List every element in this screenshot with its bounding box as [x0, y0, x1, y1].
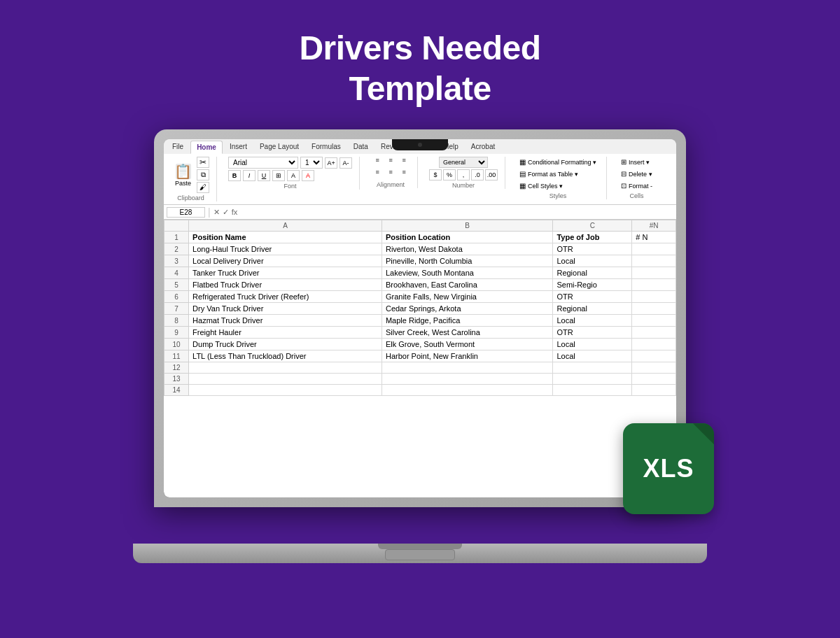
align-bottom-right[interactable]: ≡ [398, 169, 410, 180]
align-top-center[interactable]: ≡ [384, 157, 397, 168]
cell-c10[interactable]: Local [553, 339, 632, 350]
cell-b7[interactable]: Cedar Springs, Arkota [382, 303, 553, 315]
cell-a14[interactable] [189, 385, 382, 396]
cell-c8[interactable]: Local [553, 315, 632, 327]
cut-button[interactable]: ✂ [197, 157, 209, 168]
col-header-b[interactable]: B [382, 220, 553, 232]
format-button[interactable]: ⊡ Format - [618, 180, 655, 191]
formula-insert-icon[interactable]: fx [232, 208, 238, 217]
cell-d12[interactable] [632, 362, 676, 374]
bold-button[interactable]: B [228, 170, 241, 181]
cell-b8[interactable]: Maple Ridge, Pacifica [382, 315, 553, 327]
cell-d2[interactable] [632, 243, 676, 255]
col-header-c[interactable]: C [553, 220, 632, 232]
format-as-table-button[interactable]: ▤ Format as Table ▾ [517, 169, 599, 179]
fill-color-button[interactable]: A [287, 170, 300, 181]
tab-acrobat[interactable]: Acrobat [465, 141, 500, 154]
cell-d7[interactable] [632, 303, 676, 315]
cell-a10[interactable]: Dump Truck Driver [189, 339, 382, 350]
cell-b9[interactable]: Silver Creek, West Carolina [382, 327, 553, 339]
comma-button[interactable]: , [457, 169, 470, 180]
cell-a8[interactable]: Hazmat Truck Driver [189, 315, 382, 327]
cell-a6[interactable]: Refrigerated Truck Driver (Reefer) [189, 291, 382, 303]
cell-d13[interactable] [632, 374, 676, 385]
cell-b14[interactable] [382, 385, 553, 396]
tab-formulas[interactable]: Formulas [306, 141, 346, 154]
currency-button[interactable]: $ [429, 169, 442, 180]
cell-c11[interactable]: Local [553, 350, 632, 362]
cell-a9[interactable]: Freight Hauler [189, 327, 382, 339]
cell-b12[interactable] [382, 362, 553, 374]
cell-b3[interactable]: Pineville, North Columbia [382, 255, 553, 267]
align-top-left[interactable]: ≡ [371, 157, 384, 168]
font-color-button[interactable]: A [302, 170, 314, 181]
border-button[interactable]: ⊞ [272, 170, 285, 181]
cell-a7[interactable]: Dry Van Truck Driver [189, 303, 382, 315]
cell-b6[interactable]: Granite Falls, New Virginia [382, 291, 553, 303]
cell-c4[interactable]: Regional [553, 267, 632, 279]
cell-a11[interactable]: LTL (Less Than Truckload) Driver [189, 350, 382, 362]
increase-decimal[interactable]: .0 [471, 169, 484, 180]
cell-a4[interactable]: Tanker Truck Driver [189, 267, 382, 279]
cell-b13[interactable] [382, 374, 553, 385]
cell-d9[interactable] [632, 327, 676, 339]
formula-cancel-icon[interactable]: ✕ [214, 208, 220, 217]
underline-button[interactable]: U [258, 170, 270, 181]
cell-a1[interactable]: Position Name [189, 232, 382, 243]
cell-b5[interactable]: Brookhaven, East Carolina [382, 279, 553, 291]
cell-a5[interactable]: Flatbed Truck Driver [189, 279, 382, 291]
cell-d8[interactable] [632, 315, 676, 327]
paste-button[interactable]: 📋 Paste [172, 162, 194, 188]
cell-a12[interactable] [189, 362, 382, 374]
col-header-d[interactable]: #N [632, 220, 676, 232]
cell-b10[interactable]: Elk Grove, South Vermont [382, 339, 553, 350]
cell-c2[interactable]: OTR [553, 243, 632, 255]
tab-insert[interactable]: Insert [224, 141, 253, 154]
insert-button[interactable]: ⊞ Insert ▾ [618, 157, 655, 167]
formula-input[interactable] [240, 208, 673, 216]
cell-styles-button[interactable]: ▦ Cell Styles ▾ [517, 180, 599, 191]
cell-c1[interactable]: Type of Job [553, 232, 632, 243]
font-size-select[interactable]: 10 [300, 157, 323, 169]
number-format-select[interactable]: General [439, 157, 488, 168]
tab-data[interactable]: Data [348, 141, 374, 154]
cell-d5[interactable] [632, 279, 676, 291]
tab-page-layout[interactable]: Page Layout [254, 141, 304, 154]
cell-b2[interactable]: Riverton, West Dakota [382, 243, 553, 255]
cell-b11[interactable]: Harbor Point, New Franklin [382, 350, 553, 362]
align-top-right[interactable]: ≡ [398, 157, 410, 168]
copy-button[interactable]: ⧉ [197, 169, 209, 180]
cell-d14[interactable] [632, 385, 676, 396]
cell-c14[interactable] [553, 385, 632, 396]
font-family-select[interactable]: Arial [228, 157, 298, 169]
increase-font-button[interactable]: A+ [325, 157, 337, 169]
cell-c3[interactable]: Local [553, 255, 632, 267]
formula-confirm-icon[interactable]: ✓ [223, 208, 229, 217]
decrease-font-button[interactable]: A- [340, 157, 352, 169]
percent-button[interactable]: % [443, 169, 456, 180]
cell-c9[interactable]: OTR [553, 327, 632, 339]
name-box[interactable] [167, 207, 205, 218]
decrease-decimal[interactable]: .00 [485, 169, 498, 180]
align-bottom-center[interactable]: ≡ [384, 169, 397, 180]
italic-button[interactable]: I [243, 170, 255, 181]
cell-b1[interactable]: Position Location [382, 232, 553, 243]
cell-d11[interactable] [632, 350, 676, 362]
cell-d6[interactable] [632, 291, 676, 303]
cell-c5[interactable]: Semi-Regio [553, 279, 632, 291]
cell-a13[interactable] [189, 374, 382, 385]
cell-c7[interactable]: Regional [553, 303, 632, 315]
delete-button[interactable]: ⊟ Delete ▾ [618, 169, 655, 179]
cell-d10[interactable] [632, 339, 676, 350]
cell-a2[interactable]: Long-Haul Truck Driver [189, 243, 382, 255]
format-painter-button[interactable]: 🖌 [197, 182, 209, 193]
tab-home[interactable]: Home [190, 141, 223, 154]
conditional-formatting-button[interactable]: ▦ Conditional Formatting ▾ [517, 157, 599, 167]
cell-d1[interactable]: # N [632, 232, 676, 243]
cell-c6[interactable]: OTR [553, 291, 632, 303]
cell-d3[interactable] [632, 255, 676, 267]
col-header-a[interactable]: A [189, 220, 382, 232]
align-bottom-left[interactable]: ≡ [371, 169, 384, 180]
tab-file[interactable]: File [167, 141, 189, 154]
cell-d4[interactable] [632, 267, 676, 279]
